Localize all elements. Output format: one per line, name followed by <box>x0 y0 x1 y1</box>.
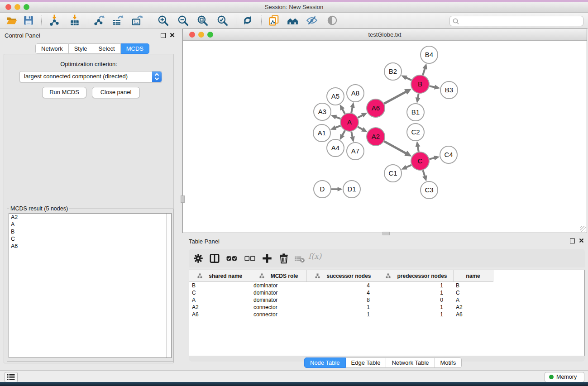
import-network-button[interactable] <box>48 14 61 27</box>
open-session-button[interactable] <box>6 14 19 27</box>
column-header-successor-nodes[interactable]: successor nodes <box>306 270 380 282</box>
table-cell[interactable]: A6 <box>189 311 251 318</box>
criterion-select[interactable]: largest connected component (directed) <box>19 71 162 82</box>
delete-column-button[interactable] <box>278 253 290 264</box>
close-table-panel-icon[interactable] <box>579 238 584 243</box>
graph-edge-A-A8[interactable] <box>351 107 353 113</box>
run-mcds-button[interactable]: Run MCDS <box>42 87 86 98</box>
show-columns-button[interactable] <box>209 253 220 264</box>
table-cell[interactable]: dominator <box>251 289 306 296</box>
network-graph[interactable]: AA1A2A3A4A5A6A7A8BB1B2B3B4CC1C2C3C4DD1 <box>183 40 587 233</box>
table-cell[interactable]: A2 <box>189 304 251 311</box>
export-table-button[interactable] <box>112 14 124 27</box>
select-stepper[interactable] <box>152 71 162 82</box>
graph-edge-A6-B[interactable] <box>384 92 406 104</box>
table-cell[interactable]: dominator <box>251 296 306 304</box>
table-cell[interactable]: 1 <box>380 311 453 318</box>
tab-node-table[interactable]: Node Table <box>304 357 346 368</box>
zoom-traffic-light[interactable] <box>24 4 29 10</box>
function-builder-button[interactable]: f(x) <box>308 252 321 261</box>
table-row[interactable]: Adominator80A <box>189 296 493 304</box>
tab-style[interactable]: Style <box>69 43 93 54</box>
graph-edge-A-A2[interactable] <box>358 127 363 129</box>
tab-network-table[interactable]: Network Table <box>386 357 435 368</box>
search-input[interactable] <box>461 17 581 25</box>
table-cell[interactable]: C <box>453 289 493 296</box>
graph-edge-A-A3[interactable] <box>336 117 341 119</box>
graph-edge-C-C4[interactable] <box>429 158 435 159</box>
home-button[interactable] <box>287 14 299 27</box>
import-table-button[interactable] <box>69 14 81 27</box>
column-header-mcds-role[interactable]: MCDS role <box>251 270 306 282</box>
table-cell[interactable]: 1 <box>380 282 453 290</box>
table-cell[interactable]: dominator <box>251 282 306 290</box>
table-cell[interactable]: A6 <box>453 311 493 318</box>
tab-network[interactable]: Network <box>35 43 69 54</box>
graph-edge-A-A1[interactable] <box>335 126 340 128</box>
table-row[interactable]: Cdominator41C <box>189 289 493 296</box>
zoom-fit-button[interactable] <box>196 14 209 27</box>
network-zoom-traffic-light[interactable] <box>207 32 213 38</box>
duplicate-network-button[interactable] <box>268 14 281 27</box>
deselect-all-button[interactable] <box>244 253 256 264</box>
zoom-out-button[interactable] <box>177 14 190 27</box>
graph-edge-B-B1[interactable] <box>418 94 419 98</box>
table-cell[interactable]: A <box>453 296 493 304</box>
refresh-button[interactable] <box>242 14 254 27</box>
table-cell[interactable]: 1 <box>306 304 380 311</box>
close-traffic-light[interactable] <box>5 4 11 10</box>
tab-select[interactable]: Select <box>93 43 121 54</box>
table-cell[interactable]: C <box>189 289 251 296</box>
table-cell[interactable]: A2 <box>453 304 493 311</box>
graph-edge-A-A4[interactable] <box>342 130 345 135</box>
select-all-button[interactable] <box>226 253 238 264</box>
show-details-button[interactable] <box>326 14 339 27</box>
graph-edge-B-B4[interactable] <box>423 68 425 75</box>
delete-table-button[interactable] <box>294 253 306 264</box>
column-header-name[interactable]: name <box>453 270 493 282</box>
graph-edge-C-C2[interactable] <box>418 146 419 152</box>
table-cell[interactable]: 1 <box>306 311 380 318</box>
table-cell[interactable]: 4 <box>306 282 380 290</box>
column-header-predecessor-nodes[interactable]: predecessor nodes <box>380 270 453 282</box>
save-session-button[interactable] <box>23 14 35 27</box>
graph-edge-A-A5[interactable] <box>342 109 345 114</box>
minimize-traffic-light[interactable] <box>14 4 20 10</box>
export-image-button[interactable] <box>131 14 144 27</box>
float-panel-icon[interactable] <box>161 33 166 38</box>
resize-grip[interactable] <box>580 226 586 232</box>
graph-edge-A2-C[interactable] <box>384 141 406 153</box>
zoom-in-button[interactable] <box>157 14 170 27</box>
export-network-button[interactable] <box>93 14 106 27</box>
table-cell[interactable]: connector <box>251 304 306 311</box>
float-table-panel-icon[interactable] <box>570 238 575 243</box>
add-column-button[interactable] <box>261 253 273 264</box>
column-header-shared-name[interactable]: shared name <box>189 270 251 282</box>
table-row[interactable]: A6connector11A6 <box>189 311 493 318</box>
splitter-handle-vertical[interactable] <box>181 195 185 203</box>
tab-edge-table[interactable]: Edge Table <box>346 357 387 368</box>
table-cell[interactable]: 8 <box>306 296 380 304</box>
network-close-traffic-light[interactable] <box>189 32 195 38</box>
table-cell[interactable]: A <box>189 296 251 304</box>
tab-motifs[interactable]: Motifs <box>435 357 462 368</box>
graph-edge-C-C3[interactable] <box>423 170 425 176</box>
table-row[interactable]: A2connector11A2 <box>189 304 493 311</box>
graph-edge-B-B3[interactable] <box>430 86 435 87</box>
network-minimize-traffic-light[interactable] <box>198 32 204 38</box>
table-row[interactable]: Bdominator41B <box>189 282 493 290</box>
table-cell[interactable]: 1 <box>380 289 453 296</box>
scrollbar-track[interactable] <box>167 214 171 357</box>
hide-details-button[interactable] <box>306 14 319 27</box>
zoom-selected-button[interactable] <box>216 14 229 27</box>
splitter-handle-horizontal[interactable] <box>382 232 390 235</box>
task-history-button[interactable] <box>5 372 18 382</box>
graph-edge-C-C1[interactable] <box>406 165 411 167</box>
table-settings-button[interactable] <box>192 253 204 264</box>
graph-edge-A-A6[interactable] <box>358 115 363 118</box>
table-cell[interactable]: connector <box>251 311 306 318</box>
tab-mcds[interactable]: MCDS <box>121 43 149 54</box>
graph-edge-A-A7[interactable] <box>351 132 353 137</box>
close-panel-button[interactable]: Close panel <box>92 87 140 98</box>
table-cell[interactable]: B <box>453 282 493 290</box>
